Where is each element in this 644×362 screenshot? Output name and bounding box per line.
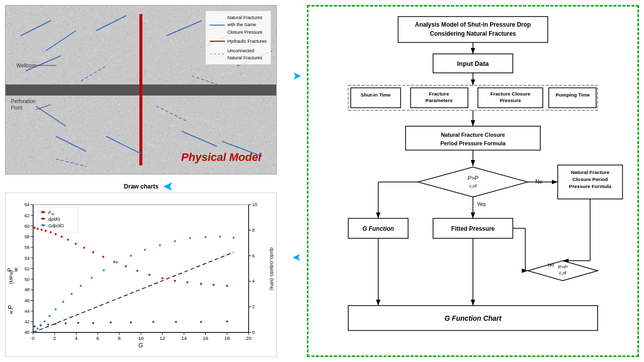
svg-text:P: P <box>7 305 14 309</box>
svg-point-141 <box>79 285 82 287</box>
svg-text:Natural Fracture Closure: Natural Fracture Closure <box>441 132 505 138</box>
svg-text:Shut-in Time: Shut-in Time <box>361 92 391 98</box>
svg-point-148 <box>174 240 176 242</box>
svg-text:6: 6 <box>97 335 100 341</box>
svg-text:0: 0 <box>32 335 35 341</box>
svg-line-4 <box>56 136 86 151</box>
svg-text:20: 20 <box>246 335 252 341</box>
svg-point-127 <box>110 321 112 323</box>
legend-line-blue-dashed <box>210 54 225 54</box>
right-arrow: ➤ <box>292 70 301 81</box>
svg-line-17 <box>36 105 51 110</box>
svg-point-126 <box>92 322 94 324</box>
svg-point-100 <box>41 229 43 231</box>
svg-text:w: w <box>51 212 55 216</box>
svg-text:42: 42 <box>25 319 30 324</box>
svg-text:46: 46 <box>25 298 30 303</box>
svg-text:4: 4 <box>252 279 255 284</box>
svg-text:P>P: P>P <box>558 264 568 269</box>
svg-point-112 <box>136 269 138 272</box>
draw-charts-row: Draw charts ➤ <box>118 178 174 194</box>
legend-label-3: UnconnectedNatural Fractures <box>227 47 263 62</box>
svg-text:Input  Data: Input Data <box>457 60 490 67</box>
svg-point-138 <box>55 308 57 310</box>
svg-point-119 <box>226 285 228 287</box>
svg-line-1 <box>46 31 76 51</box>
svg-point-135 <box>40 324 42 326</box>
svg-text:Yes: Yes <box>477 201 486 207</box>
svg-marker-176 <box>418 167 528 197</box>
svg-text:12: 12 <box>159 335 166 341</box>
svg-text:50: 50 <box>25 277 30 282</box>
chart-svg: 0 2 4 6 8 10 12 14 16 <box>6 193 276 356</box>
svg-point-146 <box>144 249 146 251</box>
svg-text:Fracture: Fracture <box>429 91 449 97</box>
svg-point-116 <box>187 281 189 283</box>
svg-text:4: 4 <box>75 335 78 341</box>
svg-point-107 <box>83 247 85 249</box>
svg-point-133 <box>34 330 36 332</box>
svg-point-98 <box>34 227 36 229</box>
draw-charts-label: Draw charts <box>118 183 158 190</box>
perforation-label: PerforationPoint <box>11 98 36 111</box>
right-panel: Analysis Model of Shut-in Pressure Drop … <box>307 5 639 357</box>
svg-point-102 <box>50 231 52 233</box>
svg-text:P: P <box>48 210 51 215</box>
svg-text:c,nf: c,nf <box>469 184 477 189</box>
svg-text:Closure Period: Closure Period <box>573 176 608 182</box>
legend-item-2: Hydraulic Fractures <box>210 38 267 45</box>
svg-text:44: 44 <box>25 309 30 314</box>
svg-point-144 <box>116 261 118 263</box>
svg-text:2: 2 <box>252 304 255 309</box>
svg-line-6 <box>106 136 141 154</box>
svg-point-139 <box>62 301 64 303</box>
legend-label-2: Hydraulic Fractures <box>227 38 267 45</box>
svg-point-99 <box>37 228 39 230</box>
svg-point-136 <box>44 320 46 322</box>
svg-point-104 <box>61 236 63 238</box>
svg-point-145 <box>130 255 132 257</box>
svg-point-110 <box>113 261 115 263</box>
y-left-label-2: (MPa) <box>8 270 14 284</box>
svg-text:Analysis Model of Shut-in Pres: Analysis Model of Shut-in Pressure Drop <box>415 21 531 28</box>
legend-item-1: Natural Fractureswith the SameClosure Pr… <box>210 14 267 36</box>
svg-point-130 <box>175 321 177 323</box>
svg-point-142 <box>91 277 93 279</box>
svg-point-137 <box>49 315 51 317</box>
svg-point-131 <box>200 321 202 323</box>
svg-line-8 <box>182 131 217 146</box>
svg-point-140 <box>71 293 73 295</box>
svg-text:Fitted Pressure: Fitted Pressure <box>451 225 495 232</box>
svg-text:Parameters: Parameters <box>426 98 453 103</box>
svg-text:16: 16 <box>203 335 209 341</box>
svg-text:G Function Chart: G Function Chart <box>444 314 502 322</box>
legend-line-red <box>210 41 225 42</box>
svg-point-108 <box>92 251 94 253</box>
svg-text:Natural Fracture: Natural Fracture <box>571 169 610 175</box>
svg-text:Considering Natural Fractures: Considering Natural Fractures <box>430 30 516 37</box>
svg-point-124 <box>65 322 67 324</box>
svg-line-14 <box>56 159 86 166</box>
svg-point-109 <box>102 256 104 258</box>
svg-line-13 <box>156 106 187 121</box>
svg-text:14: 14 <box>181 335 187 341</box>
legend-item-3: UnconnectedNatural Fractures <box>210 47 267 62</box>
svg-text:10: 10 <box>138 335 144 341</box>
physical-model: Natural Fractureswith the SameClosure Pr… <box>5 5 277 174</box>
chart-area: 0 2 4 6 8 10 12 14 16 <box>5 193 277 357</box>
x-axis-label: G <box>138 342 143 349</box>
svg-text:6: 6 <box>252 253 255 258</box>
svg-text:dp/dG,Gdp/dG (MPa): dp/dG,Gdp/dG (MPa) <box>269 247 274 290</box>
svg-text:62: 62 <box>25 213 30 218</box>
svg-point-147 <box>159 244 161 246</box>
svg-point-105 <box>67 239 69 241</box>
svg-rect-169 <box>549 88 596 108</box>
svg-point-150 <box>205 236 207 238</box>
svg-text:Period Pressure Formula: Period Pressure Formula <box>440 140 506 146</box>
svg-text:Fracture Closure: Fracture Closure <box>491 91 531 97</box>
svg-text:dp/dG: dp/dG <box>48 217 60 222</box>
wellbore-label: Wellbore <box>17 63 36 68</box>
svg-point-122 <box>47 323 49 325</box>
svg-text:18: 18 <box>224 335 230 341</box>
svg-point-125 <box>77 322 79 324</box>
